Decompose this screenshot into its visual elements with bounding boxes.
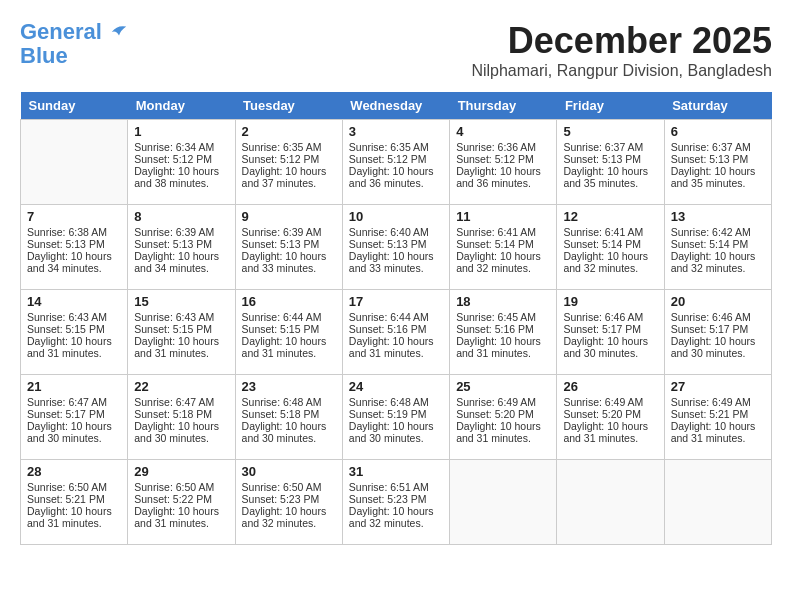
day-number: 13: [671, 209, 765, 224]
daylight-text: Daylight: 10 hours and 30 minutes.: [563, 335, 657, 359]
sunset-text: Sunset: 5:14 PM: [456, 238, 550, 250]
daylight-text: Daylight: 10 hours and 37 minutes.: [242, 165, 336, 189]
calendar-cell-w4d5: [557, 460, 664, 545]
sunrise-text: Sunrise: 6:46 AM: [563, 311, 657, 323]
daylight-text: Daylight: 10 hours and 31 minutes.: [671, 420, 765, 444]
sunset-text: Sunset: 5:16 PM: [349, 323, 443, 335]
daylight-text: Daylight: 10 hours and 31 minutes.: [27, 505, 121, 529]
calendar-cell-w1d1: 8Sunrise: 6:39 AMSunset: 5:13 PMDaylight…: [128, 205, 235, 290]
day-number: 22: [134, 379, 228, 394]
daylight-text: Daylight: 10 hours and 31 minutes.: [456, 335, 550, 359]
day-number: 21: [27, 379, 121, 394]
sunrise-text: Sunrise: 6:47 AM: [27, 396, 121, 408]
daylight-text: Daylight: 10 hours and 30 minutes.: [242, 420, 336, 444]
calendar-cell-w4d4: [450, 460, 557, 545]
sunset-text: Sunset: 5:18 PM: [242, 408, 336, 420]
day-number: 2: [242, 124, 336, 139]
calendar-cell-w3d0: 21Sunrise: 6:47 AMSunset: 5:17 PMDayligh…: [21, 375, 128, 460]
sunset-text: Sunset: 5:12 PM: [349, 153, 443, 165]
sunrise-text: Sunrise: 6:50 AM: [134, 481, 228, 493]
day-number: 25: [456, 379, 550, 394]
sunrise-text: Sunrise: 6:41 AM: [456, 226, 550, 238]
sunrise-text: Sunrise: 6:36 AM: [456, 141, 550, 153]
daylight-text: Daylight: 10 hours and 31 minutes.: [242, 335, 336, 359]
calendar-cell-w1d2: 9Sunrise: 6:39 AMSunset: 5:13 PMDaylight…: [235, 205, 342, 290]
day-number: 6: [671, 124, 765, 139]
sunset-text: Sunset: 5:14 PM: [671, 238, 765, 250]
logo: General Blue: [20, 20, 128, 68]
daylight-text: Daylight: 10 hours and 30 minutes.: [27, 420, 121, 444]
calendar-cell-w2d3: 17Sunrise: 6:44 AMSunset: 5:16 PMDayligh…: [342, 290, 449, 375]
sunrise-text: Sunrise: 6:35 AM: [242, 141, 336, 153]
sunset-text: Sunset: 5:22 PM: [134, 493, 228, 505]
daylight-text: Daylight: 10 hours and 31 minutes.: [456, 420, 550, 444]
sunrise-text: Sunrise: 6:39 AM: [134, 226, 228, 238]
daylight-text: Daylight: 10 hours and 34 minutes.: [27, 250, 121, 274]
day-number: 3: [349, 124, 443, 139]
sunset-text: Sunset: 5:20 PM: [456, 408, 550, 420]
sunset-text: Sunset: 5:13 PM: [563, 153, 657, 165]
logo-general: General: [20, 19, 102, 44]
daylight-text: Daylight: 10 hours and 31 minutes.: [134, 335, 228, 359]
day-number: 29: [134, 464, 228, 479]
daylight-text: Daylight: 10 hours and 33 minutes.: [349, 250, 443, 274]
calendar-cell-w1d0: 7Sunrise: 6:38 AMSunset: 5:13 PMDaylight…: [21, 205, 128, 290]
sunrise-text: Sunrise: 6:41 AM: [563, 226, 657, 238]
sunrise-text: Sunrise: 6:45 AM: [456, 311, 550, 323]
calendar-cell-w2d1: 15Sunrise: 6:43 AMSunset: 5:15 PMDayligh…: [128, 290, 235, 375]
sunrise-text: Sunrise: 6:48 AM: [349, 396, 443, 408]
sunset-text: Sunset: 5:12 PM: [242, 153, 336, 165]
daylight-text: Daylight: 10 hours and 31 minutes.: [349, 335, 443, 359]
sunset-text: Sunset: 5:16 PM: [456, 323, 550, 335]
calendar-cell-w4d6: [664, 460, 771, 545]
sunrise-text: Sunrise: 6:37 AM: [563, 141, 657, 153]
day-number: 17: [349, 294, 443, 309]
day-number: 30: [242, 464, 336, 479]
daylight-text: Daylight: 10 hours and 31 minutes.: [134, 505, 228, 529]
sunrise-text: Sunrise: 6:49 AM: [671, 396, 765, 408]
calendar-cell-w3d6: 27Sunrise: 6:49 AMSunset: 5:21 PMDayligh…: [664, 375, 771, 460]
daylight-text: Daylight: 10 hours and 31 minutes.: [563, 420, 657, 444]
day-number: 12: [563, 209, 657, 224]
col-header-thursday: Thursday: [450, 92, 557, 120]
calendar-cell-w4d1: 29Sunrise: 6:50 AMSunset: 5:22 PMDayligh…: [128, 460, 235, 545]
day-number: 18: [456, 294, 550, 309]
calendar-cell-w4d0: 28Sunrise: 6:50 AMSunset: 5:21 PMDayligh…: [21, 460, 128, 545]
sunset-text: Sunset: 5:13 PM: [134, 238, 228, 250]
sunset-text: Sunset: 5:18 PM: [134, 408, 228, 420]
sunrise-text: Sunrise: 6:43 AM: [27, 311, 121, 323]
daylight-text: Daylight: 10 hours and 33 minutes.: [242, 250, 336, 274]
day-number: 19: [563, 294, 657, 309]
daylight-text: Daylight: 10 hours and 35 minutes.: [563, 165, 657, 189]
daylight-text: Daylight: 10 hours and 34 minutes.: [134, 250, 228, 274]
calendar-cell-w0d3: 3Sunrise: 6:35 AMSunset: 5:12 PMDaylight…: [342, 120, 449, 205]
sunrise-text: Sunrise: 6:46 AM: [671, 311, 765, 323]
calendar-cell-w2d6: 20Sunrise: 6:46 AMSunset: 5:17 PMDayligh…: [664, 290, 771, 375]
day-number: 14: [27, 294, 121, 309]
sunrise-text: Sunrise: 6:50 AM: [27, 481, 121, 493]
day-number: 9: [242, 209, 336, 224]
day-number: 7: [27, 209, 121, 224]
calendar-cell-w0d2: 2Sunrise: 6:35 AMSunset: 5:12 PMDaylight…: [235, 120, 342, 205]
sunset-text: Sunset: 5:20 PM: [563, 408, 657, 420]
day-number: 8: [134, 209, 228, 224]
day-number: 15: [134, 294, 228, 309]
daylight-text: Daylight: 10 hours and 32 minutes.: [242, 505, 336, 529]
sunrise-text: Sunrise: 6:48 AM: [242, 396, 336, 408]
day-number: 23: [242, 379, 336, 394]
sunset-text: Sunset: 5:13 PM: [242, 238, 336, 250]
sunset-text: Sunset: 5:21 PM: [27, 493, 121, 505]
col-header-saturday: Saturday: [664, 92, 771, 120]
day-number: 27: [671, 379, 765, 394]
calendar-cell-w3d4: 25Sunrise: 6:49 AMSunset: 5:20 PMDayligh…: [450, 375, 557, 460]
daylight-text: Daylight: 10 hours and 36 minutes.: [349, 165, 443, 189]
daylight-text: Daylight: 10 hours and 31 minutes.: [27, 335, 121, 359]
sunset-text: Sunset: 5:19 PM: [349, 408, 443, 420]
sunset-text: Sunset: 5:15 PM: [27, 323, 121, 335]
calendar-cell-w0d4: 4Sunrise: 6:36 AMSunset: 5:12 PMDaylight…: [450, 120, 557, 205]
day-number: 24: [349, 379, 443, 394]
daylight-text: Daylight: 10 hours and 32 minutes.: [349, 505, 443, 529]
day-number: 28: [27, 464, 121, 479]
day-number: 4: [456, 124, 550, 139]
calendar-cell-w2d2: 16Sunrise: 6:44 AMSunset: 5:15 PMDayligh…: [235, 290, 342, 375]
